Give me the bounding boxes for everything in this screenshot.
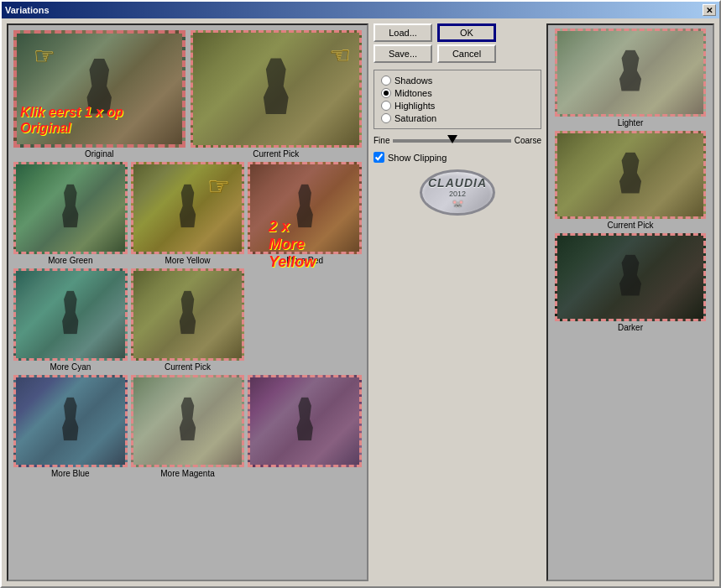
bottom-mid-cell: More Magenta	[131, 375, 245, 478]
current-pick-2-cell: Current Pick	[131, 268, 245, 372]
original-cell: Klik eerst 1 x opOriginal ☞ Original	[13, 30, 185, 159]
logo-oval: CLAUDIA 2012 🐭	[420, 169, 495, 216]
more-red-label: More Red	[286, 256, 323, 265]
ok-button[interactable]: OK	[437, 23, 496, 42]
more-cyan-image	[13, 268, 128, 361]
lighter-image	[555, 29, 706, 117]
figure	[171, 184, 204, 227]
figure	[54, 184, 86, 227]
logo-text: CLAUDIA	[428, 176, 487, 190]
lighter-label: Lighter	[618, 118, 644, 127]
figure	[609, 254, 652, 296]
cancel-button[interactable]: Cancel	[437, 44, 496, 63]
main-panel: Klik eerst 1 x opOriginal ☞ Original ☞ C…	[7, 23, 368, 581]
content-area: Klik eerst 1 x opOriginal ☞ Original ☞ C…	[2, 18, 719, 586]
more-blue-image	[13, 375, 128, 467]
original-label: Original	[85, 149, 113, 159]
radio-midtones-circle	[381, 88, 391, 98]
more-blue-right-cell	[248, 268, 362, 372]
save-button[interactable]: Save...	[374, 44, 432, 63]
figure	[54, 290, 86, 334]
original-image: Klik eerst 1 x opOriginal ☞	[13, 30, 185, 148]
more-green-cell: More Green	[13, 162, 128, 265]
current-pick-2-label: Current Pick	[165, 362, 211, 372]
more-magenta-cell	[248, 375, 362, 478]
top-section: Klik eerst 1 x opOriginal ☞ Original ☞ C…	[8, 25, 367, 159]
radio-shadows-circle	[381, 75, 391, 86]
show-clipping-label: Show Clipping	[388, 153, 447, 163]
figure	[609, 152, 652, 194]
radio-highlights-label: Highlights	[394, 101, 435, 111]
radio-group: Shadows Midtones Highlights Saturation	[374, 70, 541, 129]
more-red-image	[248, 162, 362, 254]
lighter-cell: Lighter	[555, 29, 706, 127]
radio-midtones-label: Midtones	[394, 88, 432, 98]
fine-label: Fine	[374, 136, 389, 145]
more-cyan-label: More Cyan	[50, 362, 91, 372]
figure	[54, 397, 86, 440]
darker-cell: Darker	[555, 233, 706, 332]
logo-area: CLAUDIA 2012 🐭	[374, 169, 541, 216]
darker-label: Darker	[618, 323, 643, 332]
show-clipping-row[interactable]: Show Clipping	[374, 152, 541, 163]
fine-coarse-slider-row: Fine Coarse	[374, 133, 541, 148]
bottom-mid-image	[131, 375, 245, 467]
current-pick-top-label: Current Pick	[253, 149, 299, 159]
hand-left-icon: ☞	[34, 42, 55, 70]
radio-saturation-label: Saturation	[394, 113, 436, 123]
slider-thumb	[447, 135, 457, 143]
bottom-mid-label: More Magenta	[160, 469, 214, 478]
show-clipping-checkbox[interactable]	[374, 152, 384, 163]
figure	[171, 290, 204, 334]
radio-saturation[interactable]: Saturation	[381, 113, 534, 123]
right-current-pick-cell: Current Pick	[555, 131, 706, 230]
figure2	[251, 58, 301, 114]
radio-shadows-label: Shadows	[394, 75, 432, 86]
darker-image	[555, 233, 706, 321]
radio-saturation-circle	[381, 113, 391, 123]
hand-right-icon: ☞	[330, 41, 351, 69]
controls-panel: Load... Save... OK Cancel Shadows Midton…	[374, 23, 541, 581]
main-window: Variations ✕ Klik eerst 1 x opOriginal ☞…	[0, 0, 721, 588]
current-pick-top-image: ☞	[191, 30, 363, 148]
color-current-pick-image: ☞	[131, 162, 245, 254]
figure	[289, 397, 321, 440]
more-cyan-cell: More Cyan	[13, 268, 128, 372]
title-bar: Variations ✕	[2, 2, 719, 18]
coarse-label: Coarse	[515, 136, 541, 145]
figure	[609, 49, 652, 91]
current-pick-top-cell: ☞ Current Pick	[191, 30, 363, 159]
logo-year: 2012	[449, 190, 466, 198]
radio-shadows[interactable]: Shadows	[381, 75, 534, 86]
right-current-pick-image	[555, 131, 706, 219]
window-title: Variations	[5, 5, 50, 15]
more-green-image	[13, 162, 128, 254]
radio-highlights-circle	[381, 101, 391, 111]
more-magenta-image	[248, 375, 362, 467]
more-blue-cell: More Blue	[13, 375, 128, 478]
figure	[171, 397, 204, 440]
load-button[interactable]: Load...	[374, 23, 432, 42]
close-button[interactable]: ✕	[703, 4, 716, 16]
slider-track[interactable]	[393, 139, 510, 143]
more-green-label: More Green	[48, 256, 92, 265]
color-grid: More Green ☞ More Yellow More Red	[8, 159, 367, 481]
more-red-cell: More Red	[248, 162, 362, 265]
radio-midtones[interactable]: Midtones	[381, 88, 534, 98]
radio-highlights[interactable]: Highlights	[381, 101, 534, 111]
logo-mouse: 🐭	[452, 198, 464, 210]
right-current-pick-label: Current Pick	[607, 221, 653, 230]
buttons-area: Load... Save... OK Cancel	[374, 23, 541, 63]
color-current-label: More Yellow	[165, 256, 211, 265]
current-pick-2-image	[131, 268, 245, 361]
more-blue-label: More Blue	[51, 469, 90, 478]
right-panel: Lighter Current Pick Darker	[546, 23, 714, 581]
hand-more-yellow-icon: ☞	[207, 171, 230, 200]
figure	[289, 184, 321, 227]
color-current-pick-cell: ☞ More Yellow	[131, 162, 245, 265]
annotation: Klik eerst 1 x opOriginal	[20, 104, 123, 136]
